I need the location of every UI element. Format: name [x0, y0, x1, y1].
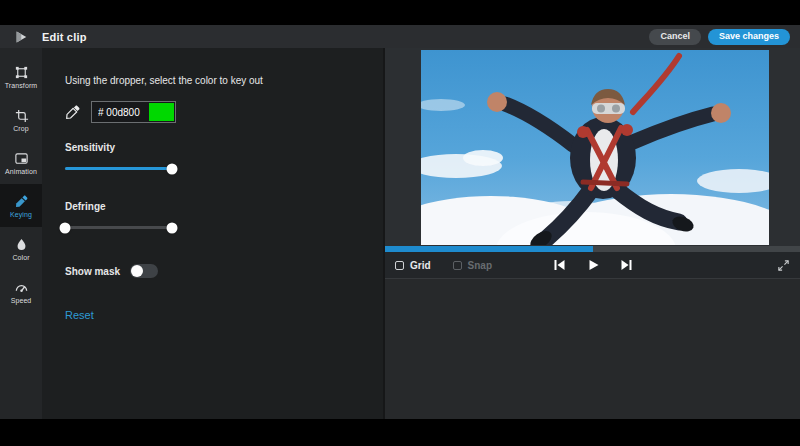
toggle-knob	[131, 265, 143, 277]
save-changes-button[interactable]: Save changes	[708, 29, 790, 45]
snap-checkbox	[453, 261, 462, 270]
sidebar-item-animation[interactable]: Animation	[0, 141, 42, 184]
key-color-input[interactable]	[92, 107, 148, 118]
key-color-field	[91, 101, 176, 123]
sidebar-label-crop: Crop	[13, 125, 29, 132]
skip-end-icon	[621, 259, 633, 271]
sensitivity-slider-handle[interactable]	[167, 163, 178, 174]
defringe-slider-handle-low[interactable]	[60, 222, 71, 233]
eyedropper-button[interactable]	[65, 104, 81, 120]
crop-icon	[14, 108, 29, 123]
tools-sidebar: Transform Crop Animation	[0, 48, 42, 419]
page-title: Edit clip	[42, 31, 87, 43]
grid-label: Grid	[410, 260, 431, 271]
defringe-slider[interactable]	[65, 222, 172, 233]
keying-panel: Using the dropper, select the color to k…	[42, 48, 383, 419]
skip-start-icon	[553, 259, 565, 271]
edit-clip-window: Edit clip Cancel Save changes Transform	[0, 0, 800, 446]
sidebar-item-transform[interactable]: Transform	[0, 55, 42, 98]
app-logo-icon	[14, 30, 28, 44]
sidebar-item-speed[interactable]: Speed	[0, 270, 42, 313]
sidebar-label-keying: Keying	[10, 211, 32, 218]
preview-toolbar: Grid Snap	[385, 252, 800, 278]
sidebar-label-speed: Speed	[11, 297, 32, 304]
transform-icon	[14, 65, 29, 80]
key-color-swatch[interactable]	[149, 103, 174, 121]
sidebar-label-color: Color	[12, 254, 29, 261]
key-color-row	[65, 101, 363, 123]
eyedropper-icon	[65, 104, 81, 120]
skip-end-button[interactable]	[621, 259, 633, 271]
play-icon	[587, 259, 599, 271]
defringe-slider-track[interactable]	[65, 226, 172, 229]
transport-controls	[553, 259, 633, 271]
show-mask-label: Show mask	[65, 266, 120, 277]
sidebar-item-color[interactable]: Color	[0, 227, 42, 270]
sensitivity-label: Sensitivity	[65, 142, 363, 153]
sidebar-item-crop[interactable]: Crop	[0, 98, 42, 141]
skip-start-button[interactable]	[553, 259, 565, 271]
sensitivity-slider-fill	[65, 167, 172, 170]
header-bar: Edit clip Cancel Save changes	[0, 25, 800, 48]
grid-checkbox-group[interactable]: Grid	[395, 260, 431, 271]
keying-icon	[14, 194, 29, 209]
cancel-button[interactable]: Cancel	[649, 29, 701, 45]
reset-link[interactable]: Reset	[65, 309, 94, 321]
content-area: Transform Crop Animation	[0, 48, 800, 419]
defringe-slider-handle-high[interactable]	[167, 222, 178, 233]
animation-icon	[14, 151, 29, 166]
preview-pane: Grid Snap	[383, 48, 800, 419]
preview-canvas	[385, 48, 800, 246]
sidebar-label-animation: Animation	[5, 168, 37, 175]
keying-instruction-text: Using the dropper, select the color to k…	[65, 75, 363, 86]
expand-icon	[777, 259, 790, 272]
sidebar-item-keying[interactable]: Keying	[0, 184, 42, 227]
grid-checkbox	[395, 261, 404, 270]
play-button[interactable]	[587, 259, 599, 271]
color-droplet-icon	[14, 237, 29, 252]
editor-background	[385, 278, 800, 419]
snap-label: Snap	[468, 260, 492, 271]
show-mask-row: Show mask	[65, 264, 363, 278]
video-frame-skydiver[interactable]	[421, 50, 769, 245]
snap-checkbox-group[interactable]: Snap	[453, 260, 492, 271]
sidebar-label-transform: Transform	[5, 82, 38, 89]
speed-gauge-icon	[14, 280, 29, 295]
show-mask-toggle[interactable]	[130, 264, 158, 278]
fullscreen-button[interactable]	[777, 259, 790, 272]
defringe-label: Defringe	[65, 201, 363, 212]
sensitivity-slider[interactable]	[65, 163, 172, 174]
